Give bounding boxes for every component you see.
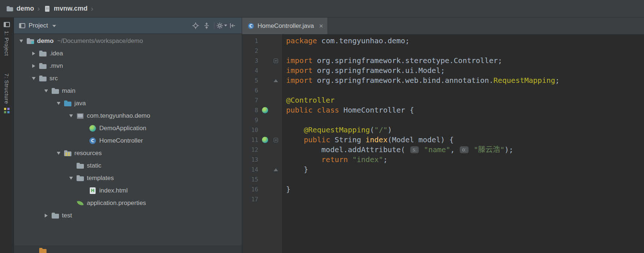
code-line-10[interactable]: 10 @RequestMapping("/") xyxy=(242,125,644,135)
fold-start-icon[interactable] xyxy=(274,59,278,63)
close-icon[interactable]: × xyxy=(319,22,323,29)
code-text: public class HomeController { xyxy=(282,105,414,115)
breadcrumb-item-demo[interactable]: demo xyxy=(6,5,34,13)
code-line-8[interactable]: 8public class HomeController { xyxy=(242,105,644,115)
code-text: @RequestMapping("/") xyxy=(282,125,392,135)
code-token: index xyxy=(366,135,388,144)
code-line-5[interactable]: 5import org.springframework.web.bind.ann… xyxy=(242,76,644,85)
code-token: @RequestMapping xyxy=(304,125,370,134)
code-line-15[interactable]: 15 xyxy=(242,175,644,184)
code-line-17[interactable]: 17 xyxy=(242,194,644,204)
code-token: RequestMapping xyxy=(493,76,555,85)
code-line-12[interactable]: 12 model.addAttribute( s: "name", o: "滕云… xyxy=(242,145,644,155)
code-line-7[interactable]: 7@Controller xyxy=(242,95,644,105)
tool-button-project[interactable]: 1: Project xyxy=(4,22,10,56)
tree-item-demo[interactable]: demo~/Documents/workspace/demo xyxy=(14,35,242,47)
code-line-13[interactable]: 13 return "index"; xyxy=(242,155,644,165)
project-tree: demo~/Documents/workspace/demo.idea.mvns… xyxy=(14,34,242,253)
collapse-all-icon[interactable] xyxy=(201,20,212,31)
chevron-expanded-icon[interactable] xyxy=(53,102,64,105)
left-tool-stripe: 1: Project 7: Structure xyxy=(0,18,14,253)
breadcrumb-separator-icon: › xyxy=(37,4,40,13)
code-text: import org.springframework.stereotype.Co… xyxy=(282,56,502,66)
line-number: 11 xyxy=(242,135,258,145)
tree-item-index.html[interactable]: index.html xyxy=(14,184,242,197)
tree-item-com.tengyunhao.demo[interactable]: com.tengyunhao.demo xyxy=(14,110,242,122)
springleaf-icon xyxy=(76,199,84,207)
tree-item-HomeController[interactable]: HomeController xyxy=(14,135,242,147)
fold-end-icon[interactable] xyxy=(274,168,278,171)
code-token: return xyxy=(321,155,348,164)
editor-gutter: 9 xyxy=(242,115,282,125)
breadcrumb-item-mvnw.cmd[interactable]: mvnw.cmd xyxy=(43,5,88,13)
editor-gutter: 16 xyxy=(242,184,282,194)
locate-icon[interactable] xyxy=(190,20,201,31)
code-text xyxy=(282,115,286,125)
tree-item-java[interactable]: java xyxy=(14,97,242,110)
line-number: 15 xyxy=(242,175,258,184)
project-panel-title[interactable]: Project xyxy=(29,22,48,29)
tree-item-resources[interactable]: resources xyxy=(14,147,242,160)
tree-item-static[interactable]: static xyxy=(14,160,242,172)
folder-icon xyxy=(76,174,84,182)
editor-gutter: 1 xyxy=(242,36,282,46)
chevron-collapsed-icon[interactable] xyxy=(29,64,39,68)
editor-gutter: 3 xyxy=(242,56,282,66)
tree-item-test[interactable]: test xyxy=(14,209,242,222)
code-line-14[interactable]: 14 } xyxy=(242,165,644,175)
chevron-collapsed-icon[interactable] xyxy=(29,52,39,55)
tree-item-src[interactable]: src xyxy=(14,72,242,85)
tree-item-label: main xyxy=(62,87,75,95)
editor-area: HomeController.java × 1package com.tengy… xyxy=(242,18,644,253)
gutter-icon-slot xyxy=(258,107,271,113)
chevron-expanded-icon[interactable] xyxy=(16,40,26,43)
code-line-11[interactable]: 11 public String index(Model model) { xyxy=(242,135,644,145)
chevron-down-icon[interactable] xyxy=(52,25,56,27)
fold-start-icon[interactable] xyxy=(274,138,278,142)
code-token: ; xyxy=(383,155,388,164)
line-number: 16 xyxy=(242,184,258,194)
spring-bean-icon[interactable] xyxy=(262,137,268,143)
chevron-expanded-icon[interactable] xyxy=(66,114,76,117)
code-token: import xyxy=(286,76,312,85)
code-line-6[interactable]: 6 xyxy=(242,85,644,95)
folder-orange-icon xyxy=(39,247,47,253)
hide-panel-icon[interactable] xyxy=(227,20,238,31)
code-token: public xyxy=(304,135,330,144)
line-number: 13 xyxy=(242,155,258,165)
tree-item-.idea[interactable]: .idea xyxy=(14,47,242,60)
tree-item-templates[interactable]: templates xyxy=(14,172,242,184)
chevron-expanded-icon[interactable] xyxy=(29,77,39,80)
tool-button-project-label: 1: Project xyxy=(4,31,10,56)
code-line-1[interactable]: 1package com.tengyunhao.demo; xyxy=(242,36,644,46)
line-number: 10 xyxy=(242,125,258,135)
tree-item-DemoApplication[interactable]: DemoApplication xyxy=(14,122,242,135)
chevron-expanded-icon[interactable] xyxy=(41,89,51,92)
code-line-9[interactable]: 9 xyxy=(242,115,644,125)
chevron-expanded-icon[interactable] xyxy=(53,152,64,155)
chevron-expanded-icon[interactable] xyxy=(66,177,76,180)
code-line-4[interactable]: 4import org.springframework.ui.Model; xyxy=(242,66,644,76)
code-line-3[interactable]: 3import org.springframework.stereotype.C… xyxy=(242,56,644,66)
tree-item-application.properties[interactable]: application.properties xyxy=(14,197,242,209)
tree-item-.mvn[interactable]: .mvn xyxy=(14,60,242,72)
tree-item-clipped[interactable] xyxy=(14,246,242,253)
code-line-2[interactable]: 2 xyxy=(242,46,644,56)
parameter-hint: o: xyxy=(460,146,469,153)
class-icon xyxy=(89,137,97,145)
fold-end-icon[interactable] xyxy=(274,79,278,82)
settings-gear-icon[interactable] xyxy=(216,20,227,31)
tree-item-main[interactable]: main xyxy=(14,85,242,97)
spring-bean-icon[interactable] xyxy=(262,107,268,113)
code-text xyxy=(282,46,286,56)
folder-icon xyxy=(51,212,59,220)
tool-button-structure[interactable]: 7: Structure xyxy=(4,73,10,113)
tree-item-label: templates xyxy=(87,175,114,182)
chevron-collapsed-icon[interactable] xyxy=(41,214,51,217)
code-token: , xyxy=(450,145,459,154)
editor-gutter: 5 xyxy=(242,76,282,85)
code-line-16[interactable]: 16} xyxy=(242,184,644,194)
editor-tab-homecontroller[interactable]: HomeController.java × xyxy=(242,18,328,34)
code-area[interactable]: 1package com.tengyunhao.demo;23import or… xyxy=(242,34,644,253)
code-text xyxy=(282,85,286,95)
